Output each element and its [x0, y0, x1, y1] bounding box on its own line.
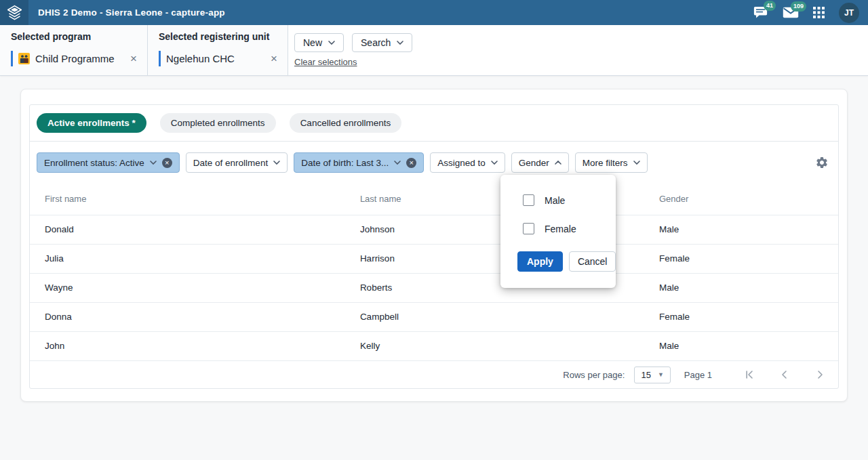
gender-option-male[interactable]: Male	[500, 194, 616, 206]
table-row[interactable]: John Kelly Male	[30, 331, 838, 360]
next-page-icon[interactable]	[812, 367, 827, 382]
dhis2-logo[interactable]	[0, 0, 28, 25]
column-header-gender: Gender	[644, 184, 838, 215]
cell-first-name: Julia	[30, 244, 345, 273]
table-row[interactable]: Donna Campbell Female	[30, 302, 838, 331]
context-actions: New Search Clear selections	[288, 25, 868, 75]
apply-button[interactable]: Apply	[517, 251, 563, 272]
chip-label: Gender	[519, 158, 549, 168]
tab-cancelled-enrollments[interactable]: Cancelled enrollments	[290, 113, 402, 133]
dropdown-buttons: Apply Cancel	[500, 251, 616, 272]
female-checkbox[interactable]	[523, 223, 534, 234]
enrollment-tabs: Active enrollments * Completed enrollmen…	[30, 105, 838, 142]
gear-icon[interactable]	[815, 156, 829, 169]
rows-per-page-value: 15	[641, 370, 650, 380]
chip-label: Enrollment status: Active	[44, 158, 144, 168]
filter-chip-date-of-enrollment[interactable]: Date of enrollment	[186, 152, 288, 173]
rows-per-page-label: Rows per page:	[563, 370, 625, 380]
mail-icon[interactable]: 109	[783, 7, 799, 18]
apps-grid-icon[interactable]	[813, 7, 825, 18]
table-row[interactable]: Julia Harrison Female	[30, 244, 838, 273]
context-bar: Selected program Child Programme × Selec…	[0, 25, 868, 76]
selected-org-unit-value-row: Ngelehun CHC ×	[159, 51, 279, 66]
header-bar: DHIS 2 Demo - Sierra Leone - capture-app…	[0, 0, 868, 25]
tab-completed-enrollments[interactable]: Completed enrollments	[160, 113, 276, 133]
column-header-first-name: First name	[30, 184, 345, 215]
select-caret-icon: ▼	[658, 371, 664, 378]
gender-filter-dropdown: Male Female Apply Cancel	[500, 175, 616, 288]
table-header-row: First name Last name Gender	[30, 184, 838, 215]
gender-option-female[interactable]: Female	[500, 223, 616, 234]
remove-circle-icon[interactable]: ×	[162, 158, 172, 168]
cell-first-name: Donna	[30, 302, 345, 331]
first-page-icon[interactable]	[742, 367, 757, 382]
cell-last-name: Kelly	[345, 331, 644, 360]
filter-row: Enrollment status: Active × Date of enro…	[30, 142, 838, 184]
chip-label: Assigned to	[437, 158, 486, 168]
messages-icon[interactable]: 41	[753, 6, 768, 19]
selected-org-unit-label: Selected registering unit	[159, 31, 279, 42]
filter-chip-more-filters[interactable]: More filters	[575, 152, 648, 173]
chevron-down-icon	[397, 41, 403, 45]
pagination-bar: Rows per page: 15 ▼ Page 1	[30, 360, 838, 388]
working-list-card: Active enrollments * Completed enrollmen…	[20, 89, 848, 402]
table-row[interactable]: Wayne Roberts Male	[30, 273, 838, 302]
chevron-down-icon	[491, 161, 498, 165]
filter-chip-assigned-to[interactable]: Assigned to	[430, 152, 505, 173]
chip-label: More filters	[583, 158, 628, 168]
filter-chip-enrollment-status[interactable]: Enrollment status: Active ×	[37, 152, 180, 173]
clear-program-icon[interactable]: ×	[128, 53, 139, 64]
selected-program-section: Selected program Child Programme ×	[0, 25, 148, 75]
clear-org-unit-icon[interactable]: ×	[269, 53, 279, 64]
prev-page-icon[interactable]	[777, 367, 792, 382]
cell-last-name: Campbell	[345, 302, 644, 331]
header-actions: 41 109 JT	[753, 3, 868, 23]
page-label: Page 1	[684, 370, 712, 380]
selected-org-unit-value: Ngelehun CHC	[166, 53, 235, 64]
working-list-container: Active enrollments * Completed enrollmen…	[29, 104, 839, 389]
filter-chip-gender[interactable]: Gender	[511, 152, 569, 173]
clear-selections-link[interactable]: Clear selections	[294, 57, 357, 67]
search-button-label: Search	[361, 37, 391, 48]
filter-chip-date-of-birth[interactable]: Date of birth: Last 3... ×	[294, 152, 424, 173]
male-label: Male	[545, 195, 565, 206]
selected-program-label: Selected program	[11, 31, 139, 42]
child-programme-icon	[18, 53, 30, 64]
chip-label: Date of enrollment	[193, 158, 268, 168]
chevron-down-icon	[273, 161, 280, 165]
tab-active-enrollments[interactable]: Active enrollments *	[37, 113, 146, 133]
new-button[interactable]: New	[294, 33, 344, 52]
chevron-down-icon	[394, 161, 401, 165]
enrollments-table: First name Last name Gender Donald Johns…	[30, 184, 838, 360]
new-button-label: New	[303, 37, 322, 48]
cell-first-name: John	[30, 331, 345, 360]
cell-gender: Male	[644, 215, 838, 244]
main-content: Active enrollments * Completed enrollmen…	[0, 89, 868, 402]
chevron-down-icon	[150, 161, 157, 165]
chevron-down-icon	[633, 161, 640, 165]
table-row[interactable]: Donald Johnson Male	[30, 215, 838, 244]
cell-gender: Male	[644, 273, 838, 302]
search-button[interactable]: Search	[352, 33, 412, 52]
mail-badge: 109	[791, 1, 806, 12]
remove-circle-icon[interactable]: ×	[406, 158, 416, 168]
cancel-button[interactable]: Cancel	[569, 251, 616, 272]
selected-program-value: Child Programme	[35, 53, 115, 64]
messages-badge: 41	[764, 1, 776, 11]
male-checkbox[interactable]	[523, 194, 534, 206]
rows-per-page-select[interactable]: 15 ▼	[634, 367, 670, 383]
cell-gender: Female	[644, 302, 838, 331]
app-title: DHIS 2 Demo - Sierra Leone - capture-app	[38, 7, 225, 18]
chip-label: Date of birth: Last 3...	[301, 158, 389, 168]
cell-first-name: Donald	[30, 215, 345, 244]
avatar[interactable]: JT	[839, 3, 859, 23]
cell-gender: Male	[644, 331, 838, 360]
female-label: Female	[545, 224, 576, 234]
cell-first-name: Wayne	[30, 273, 345, 302]
selected-program-value-row: Child Programme ×	[11, 51, 139, 66]
cell-gender: Female	[644, 244, 838, 273]
chevron-down-icon	[328, 41, 335, 45]
chevron-up-icon	[555, 161, 561, 165]
selected-org-unit-section: Selected registering unit Ngelehun CHC ×	[148, 25, 288, 75]
